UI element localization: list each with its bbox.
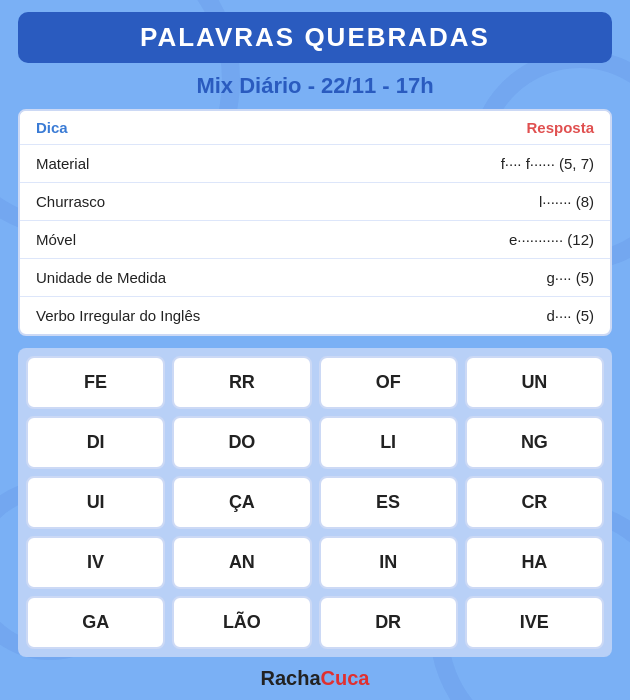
tile-item[interactable]: AN bbox=[172, 536, 311, 589]
title-bar: PALAVRAS QUEBRADAS bbox=[18, 12, 612, 63]
tile-item[interactable]: IVE bbox=[465, 596, 604, 649]
tile-item[interactable]: LI bbox=[319, 416, 458, 469]
tile-item[interactable]: UI bbox=[26, 476, 165, 529]
tile-item[interactable]: DR bbox=[319, 596, 458, 649]
tile-item[interactable]: GA bbox=[26, 596, 165, 649]
row-dica-1: Churrasco bbox=[20, 193, 315, 210]
tile-item[interactable]: FE bbox=[26, 356, 165, 409]
row-resposta-2: e··········· (12) bbox=[315, 231, 610, 248]
row-dica-0: Material bbox=[20, 155, 315, 172]
tile-item[interactable]: RR bbox=[172, 356, 311, 409]
tile-item[interactable]: DI bbox=[26, 416, 165, 469]
row-resposta-3: g···· (5) bbox=[315, 269, 610, 286]
row-dica-3: Unidade de Medida bbox=[20, 269, 315, 286]
tile-item[interactable]: CR bbox=[465, 476, 604, 529]
col-dica-header: Dica bbox=[20, 111, 315, 144]
tile-item[interactable]: IV bbox=[26, 536, 165, 589]
row-dica-4: Verbo Irregular do Inglês bbox=[20, 307, 315, 324]
brand-logo: RachaCuca bbox=[261, 667, 370, 689]
table-row: Material f···· f······ (5, 7) bbox=[20, 145, 610, 183]
tile-item[interactable]: NG bbox=[465, 416, 604, 469]
table-header: Dica Resposta bbox=[20, 111, 610, 145]
brand-racha: Racha bbox=[261, 667, 321, 689]
row-resposta-4: d···· (5) bbox=[315, 307, 610, 324]
tile-item[interactable]: UN bbox=[465, 356, 604, 409]
tile-item[interactable]: HA bbox=[465, 536, 604, 589]
table-row: Churrasco l······· (8) bbox=[20, 183, 610, 221]
tiles-grid: FERROFUNDIDOLINGUIÇAESCRIVANINHAGALÃODRI… bbox=[18, 348, 612, 657]
tile-item[interactable]: ES bbox=[319, 476, 458, 529]
tile-item[interactable]: DO bbox=[172, 416, 311, 469]
tile-item[interactable]: IN bbox=[319, 536, 458, 589]
row-dica-2: Móvel bbox=[20, 231, 315, 248]
tile-item[interactable]: ÇA bbox=[172, 476, 311, 529]
footer: RachaCuca bbox=[261, 667, 370, 690]
col-resposta-header: Resposta bbox=[315, 111, 610, 144]
page-title: PALAVRAS QUEBRADAS bbox=[140, 22, 490, 52]
tile-item[interactable]: LÃO bbox=[172, 596, 311, 649]
tile-item[interactable]: OF bbox=[319, 356, 458, 409]
table-row: Móvel e··········· (12) bbox=[20, 221, 610, 259]
table-row: Verbo Irregular do Inglês d···· (5) bbox=[20, 297, 610, 334]
row-resposta-1: l······· (8) bbox=[315, 193, 610, 210]
row-resposta-0: f···· f······ (5, 7) bbox=[315, 155, 610, 172]
subtitle: Mix Diário - 22/11 - 17h bbox=[196, 73, 433, 99]
brand-cuca: Cuca bbox=[321, 667, 370, 689]
clues-table: Dica Resposta Material f···· f······ (5,… bbox=[18, 109, 612, 336]
table-row: Unidade de Medida g···· (5) bbox=[20, 259, 610, 297]
